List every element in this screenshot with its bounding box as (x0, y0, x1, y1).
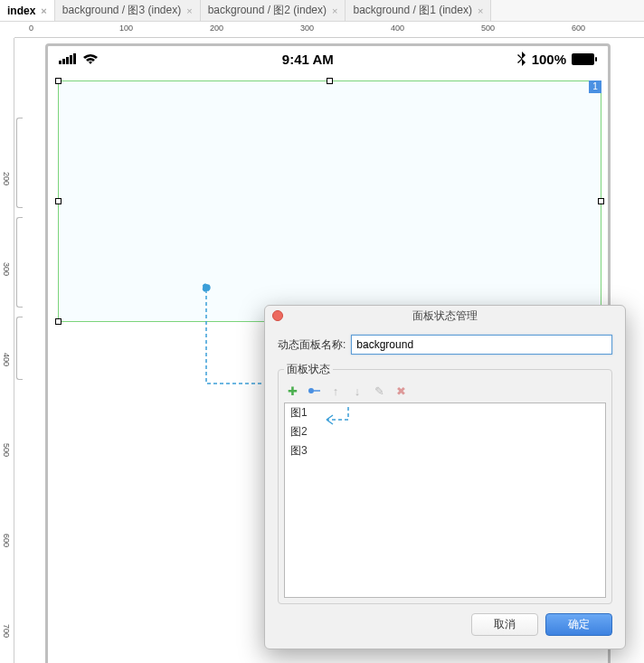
svg-rect-4 (73, 53, 76, 64)
states-legend: 面板状态 (284, 362, 333, 377)
tab-label: background / 图3 (index) (62, 3, 181, 18)
move-down-icon[interactable]: ↓ (351, 384, 364, 397)
phone-statusbar: 9:41 AM 100% (48, 46, 608, 71)
name-label: 动态面板名称: (278, 337, 346, 353)
tab-bg2[interactable]: background / 图2 (index)× (201, 0, 346, 21)
svg-rect-0 (59, 61, 62, 64)
battery-percent: 100% (532, 52, 566, 67)
close-icon[interactable]: × (478, 5, 483, 16)
svg-rect-5 (572, 53, 594, 65)
move-up-icon[interactable]: ↑ (329, 384, 342, 397)
tab-label: background / 图1 (index) (353, 3, 471, 18)
panel-name-input[interactable] (351, 335, 612, 355)
delete-icon[interactable]: ✖ (394, 384, 407, 397)
state-item[interactable]: 图3 (285, 441, 605, 460)
close-icon[interactable]: × (186, 5, 192, 16)
add-icon[interactable]: ✚ (286, 384, 298, 397)
states-listbox[interactable]: 图1 图2 图3 (284, 403, 606, 598)
dialog-title: 面板状态管理 (412, 309, 478, 322)
tab-bg1[interactable]: background / 图1 (index)× (346, 0, 491, 21)
svg-point-8 (308, 388, 314, 393)
battery-icon (572, 53, 597, 65)
ok-button[interactable]: 确定 (545, 613, 612, 636)
close-icon[interactable]: × (332, 5, 337, 16)
states-toolbar: ✚ ↑ ↓ ✎ ✖ (284, 383, 606, 403)
tab-label: index (7, 5, 35, 17)
horizontal-ruler: 0 100 200 300 400 500 600 (14, 22, 644, 38)
svg-rect-1 (62, 59, 65, 64)
edit-icon[interactable]: ✎ (373, 384, 385, 397)
ruler-bracket (16, 118, 23, 208)
tab-label: background / 图2 (index) (208, 3, 327, 18)
close-icon[interactable]: × (41, 5, 46, 16)
wifi-icon (82, 53, 99, 65)
tab-index[interactable]: index× (0, 0, 55, 21)
reorder-arrow-icon (321, 405, 354, 436)
statusbar-time: 9:41 AM (282, 52, 334, 67)
cancel-button[interactable]: 取消 (471, 613, 538, 636)
signal-icon (59, 53, 77, 64)
ruler-bracket (16, 217, 23, 308)
states-fieldset: 面板状态 ✚ ↑ ↓ ✎ ✖ 图1 图2 图3 (278, 362, 612, 604)
bluetooth-icon (517, 52, 526, 66)
window-close-button[interactable] (272, 310, 283, 321)
dialog-titlebar[interactable]: 面板状态管理 (265, 306, 625, 326)
svg-rect-3 (70, 55, 72, 64)
tab-bar: index× background / 图3 (index)× backgrou… (0, 0, 644, 22)
svg-rect-2 (66, 57, 69, 64)
state-badge: 1 (589, 81, 601, 93)
svg-rect-6 (595, 57, 597, 62)
ruler-bracket (16, 317, 23, 380)
duplicate-icon[interactable] (308, 384, 320, 397)
tab-bg3[interactable]: background / 图3 (index)× (55, 0, 201, 21)
vertical-ruler: 200 300 400 500 600 700 (0, 38, 14, 663)
panel-state-dialog: 面板状态管理 动态面板名称: 面板状态 ✚ ↑ ↓ ✎ ✖ 图1 图2 (264, 305, 626, 649)
